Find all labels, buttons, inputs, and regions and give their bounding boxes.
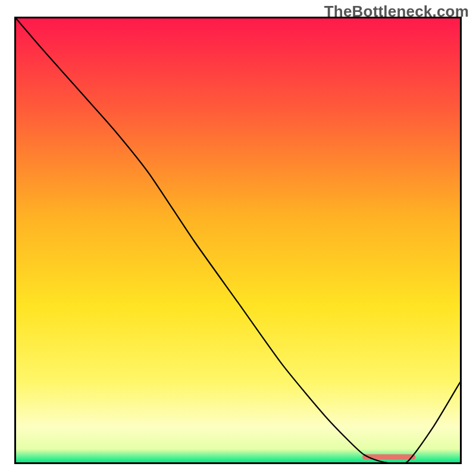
plot-area — [16, 18, 460, 462]
chart-stage: TheBottleneck.com — [0, 0, 476, 476]
marker-band — [362, 455, 416, 460]
chart-svg — [16, 18, 460, 462]
plot-frame — [14, 17, 462, 464]
gradient-background — [16, 18, 460, 462]
